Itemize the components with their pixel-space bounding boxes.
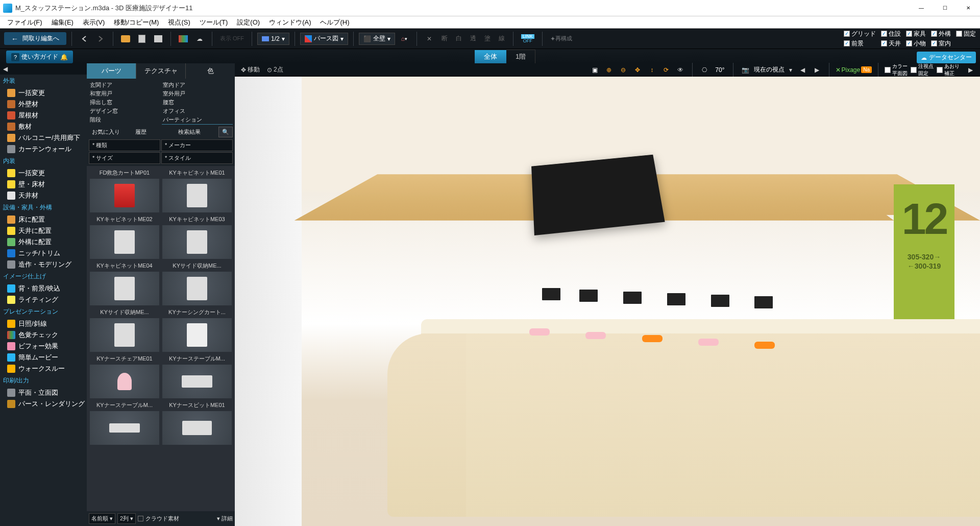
filter-results[interactable]: 検索結果	[175, 127, 217, 137]
close-button[interactable]: ✕	[957, 0, 980, 16]
cat-item[interactable]: 腰窓	[162, 98, 233, 107]
cb-exterior[interactable]: ✓外構	[931, 30, 951, 38]
nav-colorcheck[interactable]: 色覚チェック	[0, 329, 87, 341]
nav-place-ceiling[interactable]: 天井に配置	[0, 225, 87, 236]
print-button[interactable]	[151, 32, 165, 46]
cat-item[interactable]: 和室用戸	[89, 89, 160, 98]
nav-easy-movie[interactable]: 簡単ムービー	[0, 352, 87, 363]
color-button[interactable]	[176, 32, 190, 46]
minimize-button[interactable]: ―	[910, 0, 933, 16]
cross-arrows-button[interactable]: ✕	[422, 32, 436, 46]
dd-size[interactable]: * サイズ	[89, 152, 160, 164]
part-item[interactable]: KYナースチェアME01	[89, 354, 160, 399]
cloud-cb[interactable]	[138, 516, 143, 521]
nav-roof-mat[interactable]: 屋根材	[0, 110, 87, 121]
nav-rendering[interactable]: パース・レンダリング	[0, 398, 87, 410]
menu-movecopy[interactable]: 移動/コピー(M)	[110, 17, 163, 28]
menu-file[interactable]: ファイル(F)	[3, 17, 46, 28]
nav-before-effect[interactable]: ビフォー効果	[0, 341, 87, 352]
nav-bulk-change[interactable]: 一括変更	[0, 87, 87, 99]
cb-foreground[interactable]: ✓前景	[844, 39, 876, 48]
parts-grid[interactable]: FD救急カートMP01 KYキャビネットME01 KYキャビネットME02 KY…	[87, 166, 235, 511]
cb-furniture[interactable]: ✓家具	[906, 30, 926, 38]
tab-colors[interactable]: 色	[186, 63, 235, 79]
filter-fav[interactable]: お気に入り	[89, 127, 131, 137]
detail-toggle[interactable]: ▾ 詳細	[217, 515, 233, 522]
cb-fix-target[interactable]: 注視点固定	[911, 63, 934, 77]
cb-color-plan[interactable]: カラー平面図	[885, 63, 908, 77]
back-to-floorplan-button[interactable]: ← 間取り編集へ	[4, 32, 66, 45]
part-item[interactable]: KYナーステーブルM...	[161, 354, 233, 399]
3d-viewport[interactable]: 12 305-320→←300-319	[235, 77, 980, 526]
menu-window[interactable]: ウィンドウ(A)	[265, 17, 315, 28]
cat-item[interactable]: 掃出し窓	[89, 98, 160, 107]
nav-walkthrough[interactable]: ウォークスルー	[0, 363, 87, 374]
menu-tool[interactable]: ツール(T)	[195, 17, 232, 28]
nav-curtainwall[interactable]: カーテンウォール	[0, 144, 87, 155]
cat-item[interactable]: 階段	[89, 115, 160, 124]
house-button[interactable]: ⌂▾	[397, 32, 411, 46]
tab-all[interactable]: 全体	[475, 50, 506, 63]
cat-item[interactable]: パーティション	[162, 115, 233, 124]
nav-wall-mat[interactable]: 外壁材	[0, 99, 87, 110]
nav-collapse[interactable]: ◀	[0, 63, 87, 75]
zoom-in-button[interactable]: ⊕	[603, 64, 615, 76]
next-view-button[interactable]: ▶	[812, 64, 823, 76]
nav-lighting[interactable]: ライティング	[0, 294, 87, 305]
cloud-button[interactable]: ☁	[192, 32, 207, 46]
nav-place-exterior[interactable]: 外構に配置	[0, 236, 87, 248]
nav-wallfloor-mat[interactable]: 壁・床材	[0, 179, 87, 190]
tab-textures[interactable]: テクスチャ	[136, 63, 186, 79]
move-tool-button[interactable]: ✥移動	[239, 65, 262, 74]
open-button[interactable]	[118, 32, 133, 46]
current-view-button[interactable]: 📷現在の視点▾	[740, 65, 794, 74]
guide-chip[interactable]: ? 使い方ガイド 🔔	[6, 51, 73, 63]
viewport-collapse[interactable]: ▶	[965, 64, 976, 76]
updown-button[interactable]: ↕	[646, 64, 657, 76]
viewmode-select[interactable]: パース図 ▾	[300, 33, 348, 45]
part-item[interactable]: KYサイド収納ME...	[89, 307, 160, 353]
menu-settings[interactable]: 設定(O)	[233, 17, 264, 28]
maximize-button[interactable]: ☐	[933, 0, 957, 16]
nav-plan-elevation[interactable]: 平面・立面図	[0, 387, 87, 398]
filter-history[interactable]: 履歴	[132, 127, 175, 137]
datacenter-button[interactable]: ☁ データセンター	[917, 52, 976, 63]
dd-kind[interactable]: * 種類	[89, 139, 160, 151]
cb-housing[interactable]: ✓住設	[881, 30, 901, 38]
nav-niche-trim[interactable]: ニッチ/トリム	[0, 248, 87, 259]
dd-maker[interactable]: * メーカー	[161, 139, 233, 151]
cb-locked[interactable]: 固定	[956, 30, 976, 38]
cb-interior[interactable]: ✓室内	[931, 39, 951, 48]
nav-sunlight[interactable]: 日照/斜線	[0, 318, 87, 329]
undo-button[interactable]	[77, 32, 91, 46]
cat-item[interactable]: 室内ドア	[162, 81, 233, 89]
cb-ceiling[interactable]: ✓天井	[881, 39, 901, 48]
tab-1f[interactable]: 1階	[506, 50, 535, 63]
search-button[interactable]: 🔍	[218, 127, 233, 137]
menu-viewpoint[interactable]: 視点(S)	[164, 17, 194, 28]
tab-parts[interactable]: パーツ	[87, 63, 136, 79]
part-item[interactable]: KYナーステーブルM...	[89, 400, 160, 446]
part-item[interactable]: KYキャビネットME03	[161, 214, 233, 260]
sort-dd[interactable]: 名前順 ▾	[89, 513, 115, 524]
cb-grid[interactable]: ✓グリッド	[844, 30, 876, 38]
pixage-button[interactable]: ✕ PixageNa	[836, 66, 872, 74]
fit-button[interactable]: ▣	[589, 64, 600, 76]
dd-style[interactable]: * スタイル	[161, 152, 233, 164]
nav-balcony[interactable]: バルコニー/共用廊下	[0, 132, 87, 144]
part-item[interactable]: KYキャビネットME01	[161, 168, 233, 213]
nav-ceiling-mat[interactable]: 天井材	[0, 190, 87, 201]
nav-int-bulk[interactable]: 一括変更	[0, 168, 87, 179]
rebuild-button[interactable]: ✦再構成	[548, 32, 575, 46]
wallmode-select[interactable]: ⬛ 全壁 ▾	[359, 33, 395, 45]
prev-view-button[interactable]: ◀	[797, 64, 808, 76]
cols-dd[interactable]: 2列 ▾	[117, 513, 136, 524]
part-item[interactable]: KYナーシングカート...	[161, 307, 233, 353]
cat-item[interactable]: オフィス	[162, 107, 233, 115]
part-item[interactable]: KYナースピットME01	[161, 400, 233, 446]
cb-smallitems[interactable]: ✓小物	[906, 39, 926, 48]
cat-item[interactable]: デザイン窓	[89, 107, 160, 115]
orbit-button[interactable]: ⟳	[660, 64, 672, 76]
menu-view[interactable]: 表示(V)	[79, 17, 109, 28]
nav-modeling[interactable]: 造作・モデリング	[0, 259, 87, 270]
